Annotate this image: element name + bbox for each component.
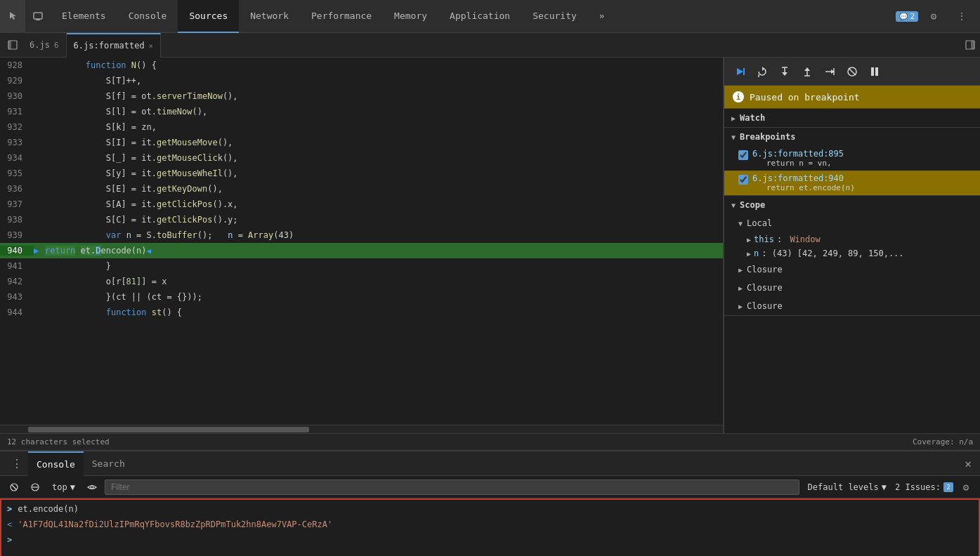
watch-section: ▶ Watch <box>724 109 980 128</box>
code-line-937: 937 S[A] = it.getClickPos().x, <box>0 197 723 212</box>
this-expand-icon[interactable]: ▶ <box>747 236 751 244</box>
code-hscroll[interactable] <box>0 425 723 433</box>
tab-console-bottom[interactable]: Console <box>28 451 84 476</box>
code-line-933: 933 S[I] = it.getMouseMove(), <box>0 135 723 150</box>
default-levels-selector[interactable]: Default levels ▼ <box>804 481 891 494</box>
tab-more[interactable]: » <box>588 0 616 33</box>
paused-text: Paused on breakpoint <box>750 92 860 102</box>
file-tab-close-icon[interactable]: × <box>149 42 153 50</box>
this-value: Window <box>790 234 820 244</box>
breakpoints-header[interactable]: ▼ Breakpoints <box>724 128 980 146</box>
step-over-button[interactable] <box>752 62 772 81</box>
breakpoint-item-2: 6.js:formatted:940 return et.encode(n) <box>724 171 980 195</box>
more-options-icon[interactable]: ⋮ <box>949 0 974 33</box>
file-tab-formatted-label: 6.js:formatted <box>74 41 145 51</box>
svg-marker-12 <box>782 72 788 76</box>
step-button[interactable] <box>820 62 839 81</box>
closure2-expand-icon: ▶ <box>738 284 743 292</box>
console-filter-input[interactable] <box>105 479 799 495</box>
tab-performance[interactable]: Performance <box>300 0 383 33</box>
main-area: 928 function N() { 929 S[T]++, 930 <box>0 58 980 433</box>
cursor-icon[interactable] <box>0 0 25 33</box>
console-toolbar: top ▼ Default levels ▼ 2 Issues: 2 ⚙ <box>0 476 980 498</box>
console-prompt-gt: > <box>7 504 12 514</box>
hscroll-thumb[interactable] <box>28 427 309 432</box>
file-tab-6js-formatted[interactable]: 6.js:formatted × <box>67 33 161 58</box>
file-tab-6js-num: 6 <box>54 41 59 50</box>
context-selector[interactable]: top ▼ <box>48 481 79 494</box>
closure1-expand-icon: ▶ <box>738 266 743 274</box>
eye-icon[interactable] <box>84 479 100 496</box>
pause-on-exceptions-button[interactable] <box>865 62 884 81</box>
bp1-file: 6.js:formatted:895 <box>752 149 844 159</box>
scope-label: Scope <box>740 200 765 210</box>
tab-sources[interactable]: Sources <box>178 0 239 33</box>
step-out-button[interactable] <box>797 62 817 81</box>
console-menu-icon[interactable]: ⋮ <box>6 457 28 470</box>
bp2-checkbox[interactable] <box>738 175 748 185</box>
n-expand-icon[interactable]: ▶ <box>747 250 751 258</box>
console-output[interactable]: > et.encode(n) < 'A1F7dQL41Na2fDi2UlzIPm… <box>0 498 980 556</box>
toolbar-right: 💬 2 ⚙ ⋮ <box>896 0 980 33</box>
scope-expand-icon: ▼ <box>731 201 736 209</box>
issues-badge[interactable]: 💬 2 <box>896 11 918 22</box>
console-settings-icon[interactable]: ⚙ <box>958 479 974 496</box>
context-dropdown-icon: ▼ <box>70 482 75 492</box>
local-header[interactable]: ▼ Local <box>724 214 980 232</box>
scope-header[interactable]: ▼ Scope <box>724 196 980 214</box>
tab-security[interactable]: Security <box>521 0 588 33</box>
watch-header[interactable]: ▶ Watch <box>724 109 980 127</box>
bp1-checkbox[interactable] <box>738 150 748 160</box>
device-icon[interactable] <box>25 0 51 33</box>
console-close-button[interactable]: ✕ <box>962 457 974 470</box>
resume-button[interactable] <box>730 62 750 81</box>
issues-badge-icon: 2 <box>943 482 953 492</box>
code-line-930: 930 S[f] = ot.serverTimeNow(), <box>0 88 723 104</box>
console-result-arrow: < <box>7 519 12 529</box>
closure2-header[interactable]: ▶ Closure <box>724 279 980 297</box>
n-value: : (43) [42, 249, 89, 150,... <box>762 249 903 258</box>
local-label: Local <box>747 218 772 228</box>
block-icon[interactable] <box>27 479 44 496</box>
tab-search-bottom[interactable]: Search <box>84 451 133 476</box>
tab-application[interactable]: Application <box>438 0 521 33</box>
file-tab-6js[interactable]: 6.js 6 <box>22 33 67 58</box>
svg-line-21 <box>849 68 856 75</box>
code-line-942: 942 o[r[81]] = x <box>0 274 723 289</box>
svg-marker-7 <box>737 68 743 75</box>
open-in-panel-icon[interactable] <box>960 35 980 55</box>
clear-console-button[interactable] <box>6 479 22 496</box>
tab-console[interactable]: Console <box>117 0 178 33</box>
watch-label: Watch <box>740 113 765 123</box>
devtools-toolbar: Elements Console Sources Network Perform… <box>0 0 980 33</box>
closure2-label: Closure <box>747 283 783 293</box>
closure3-expand-icon: ▶ <box>738 303 743 310</box>
step-into-button[interactable] <box>775 62 795 81</box>
issues-count-badge[interactable]: 2 Issues: 2 <box>895 482 953 492</box>
svg-marker-15 <box>804 67 810 71</box>
breakpoint-item-1: 6.js:formatted:895 return n = vn, <box>724 146 980 171</box>
closure1-label: Closure <box>747 265 783 274</box>
local-expand-icon: ▼ <box>738 220 743 227</box>
svg-rect-2 <box>37 19 39 20</box>
code-line-941: 941 } <box>0 258 723 274</box>
deactivate-breakpoints-button[interactable] <box>842 62 862 81</box>
console-command-text: et.encode(n) <box>18 504 79 514</box>
svg-rect-22 <box>871 67 874 76</box>
code-editor[interactable]: 928 function N() { 929 S[T]++, 930 <box>0 58 724 433</box>
console-cmd-entry: > et.encode(n) <box>1 503 979 518</box>
panel-toggle-icon[interactable] <box>3 35 22 55</box>
svg-line-25 <box>12 485 16 489</box>
tab-network[interactable]: Network <box>239 0 300 33</box>
settings-icon[interactable]: ⚙ <box>921 0 946 33</box>
closure1-header[interactable]: ▶ Closure <box>724 260 980 279</box>
closure3-header[interactable]: ▶ Closure <box>724 297 980 315</box>
breakpoints-section: ▼ Breakpoints 6.js:formatted:895 return … <box>724 128 980 196</box>
scope-n: ▶ n : (43) [42, 249, 89, 150,... <box>724 246 980 260</box>
tab-memory[interactable]: Memory <box>383 0 438 33</box>
n-key: n <box>754 249 759 258</box>
console-result-entry: < 'A1F7dQL41Na2fDi2UlzIPmRqYFbovsR8bzZpR… <box>1 518 979 534</box>
file-tab-6js-label: 6.js <box>30 40 50 50</box>
watch-expand-icon: ▶ <box>731 114 736 122</box>
tab-elements[interactable]: Elements <box>51 0 117 33</box>
